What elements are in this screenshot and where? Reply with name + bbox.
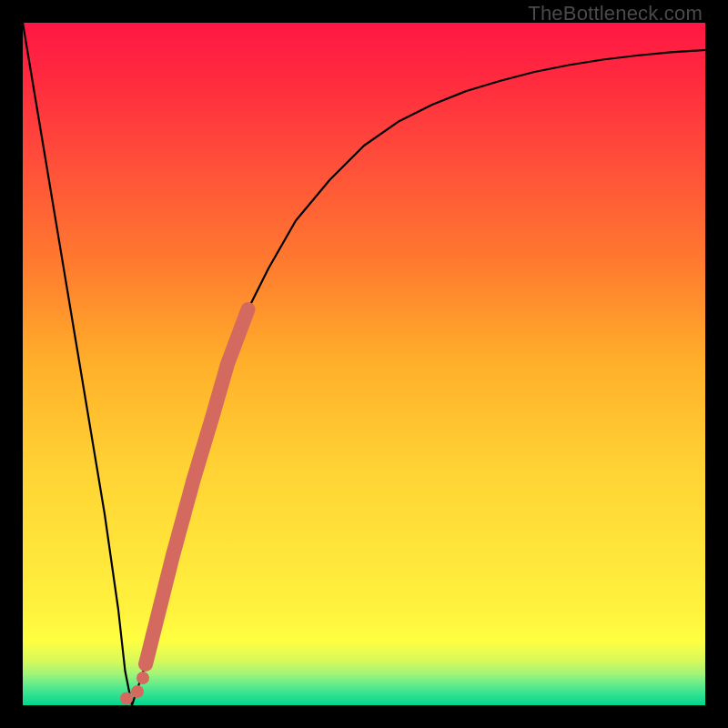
highlight-dot bbox=[136, 672, 149, 684]
curve-layer bbox=[23, 23, 705, 705]
watermark-text: TheBottleneck.com bbox=[528, 2, 703, 25]
plot-area bbox=[23, 23, 705, 705]
highlight-segment bbox=[146, 309, 248, 664]
highlight-dot bbox=[131, 685, 144, 698]
highlight-dot bbox=[120, 693, 133, 705]
chart-frame: TheBottleneck.com bbox=[0, 0, 728, 728]
bottleneck-curve bbox=[23, 23, 705, 705]
